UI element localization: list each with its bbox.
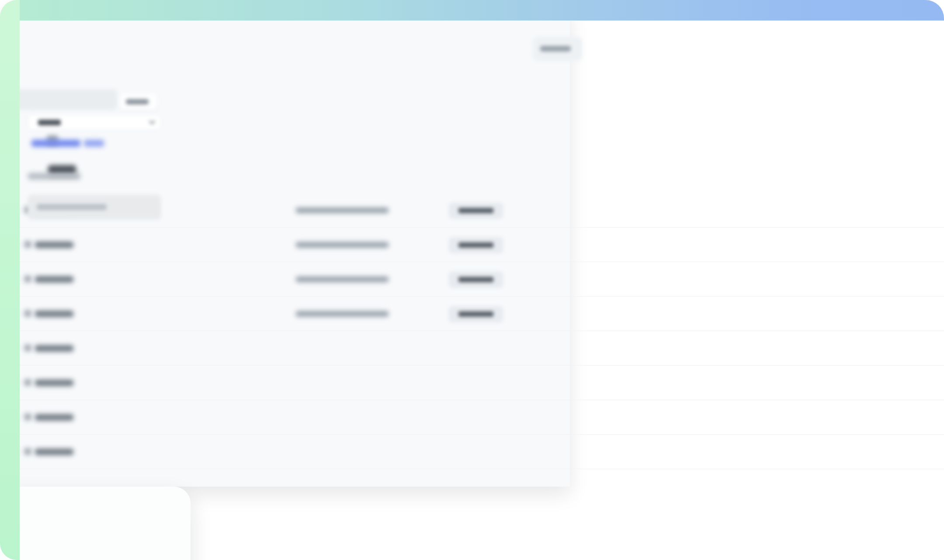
blurred-contact-name — [35, 242, 73, 248]
star-icon — [24, 276, 31, 282]
blurred-link — [31, 140, 80, 147]
star-icon — [24, 448, 31, 455]
status-badge — [449, 306, 503, 322]
blurred-contact-name — [35, 449, 73, 455]
contacts-list-card — [0, 0, 570, 487]
contacts-rows — [0, 193, 944, 469]
chevron-down-icon — [149, 118, 155, 124]
blurred-filter-button — [120, 93, 157, 110]
blurred-side-form-card — [0, 487, 191, 560]
blurred-contact-name — [35, 345, 73, 352]
card-gradient-top-border — [0, 0, 944, 21]
blurred-contact-email — [296, 311, 389, 317]
blurred-contact-email — [296, 277, 389, 282]
star-icon — [24, 345, 31, 351]
blurred-contact-name — [35, 276, 73, 283]
list-item — [0, 331, 944, 366]
blurred-field-label — [28, 173, 80, 180]
blurred-search-input — [12, 89, 117, 110]
status-badge — [449, 203, 503, 219]
blurred-text-input — [28, 195, 161, 220]
star-icon — [24, 414, 31, 420]
list-item — [0, 435, 944, 469]
blurred-contact-email — [296, 242, 389, 248]
blurred-tags-select — [28, 114, 161, 130]
star-icon — [24, 241, 31, 248]
star-icon — [24, 379, 31, 386]
list-item — [0, 366, 944, 400]
list-item — [0, 400, 944, 435]
list-item — [0, 228, 944, 262]
blurred-contact-name — [35, 414, 73, 421]
blurred-toolbar-button — [533, 37, 582, 61]
blurred-contact-name — [35, 311, 73, 317]
blurred-contact-name — [35, 380, 73, 386]
list-item — [0, 297, 944, 331]
blurred-link — [84, 140, 104, 147]
status-badge — [449, 237, 503, 253]
status-badge — [449, 272, 503, 288]
list-item — [0, 262, 944, 297]
star-icon — [24, 310, 31, 317]
card-gradient-left-border — [0, 0, 20, 560]
blurred-contact-email — [296, 207, 389, 213]
